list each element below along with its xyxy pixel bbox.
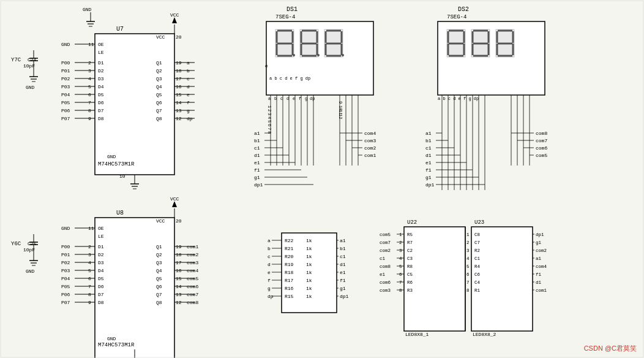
svg-text:c1: c1 <box>380 256 386 261</box>
svg-text:dp: dp <box>268 294 274 299</box>
svg-text:D4: D4 <box>98 84 104 90</box>
svg-point-203 <box>293 54 295 56</box>
svg-text:Q3: Q3 <box>156 76 162 82</box>
svg-text:d: d <box>286 96 289 101</box>
svg-text:LE: LE <box>98 50 104 55</box>
svg-text:20: 20 <box>176 34 182 40</box>
svg-text:R6: R6 <box>407 280 413 285</box>
svg-text:2: 2 <box>267 109 272 112</box>
svg-text:Q4: Q4 <box>156 268 162 273</box>
svg-text:com3: com3 <box>364 138 376 143</box>
svg-text:5: 5 <box>267 120 272 123</box>
svg-text:7: 7 <box>466 280 470 285</box>
svg-text:C5: C5 <box>407 272 413 277</box>
svg-text:d1: d1 <box>340 262 346 267</box>
svg-text:1: 1 <box>399 232 402 237</box>
svg-text:D7: D7 <box>98 292 104 297</box>
svg-text:M74HC573M1R: M74HC573M1R <box>98 342 135 348</box>
svg-text:b1: b1 <box>340 246 346 251</box>
svg-text:com4: com4 <box>364 131 376 136</box>
svg-text:D1: D1 <box>98 60 104 66</box>
svg-text:P03: P03 <box>61 84 70 90</box>
watermark: CSDN @C君莫笑 <box>584 344 637 353</box>
svg-text:Q2: Q2 <box>156 68 162 74</box>
svg-text:c1: c1 <box>254 145 260 151</box>
svg-text:c: c <box>268 254 271 259</box>
svg-text:D8: D8 <box>98 300 104 305</box>
svg-text:f1: f1 <box>340 278 346 283</box>
svg-text:Q6: Q6 <box>156 100 162 105</box>
svg-text:1k: 1k <box>306 270 312 275</box>
svg-text:e: e <box>293 96 295 101</box>
svg-text:GND: GND <box>83 7 92 12</box>
svg-text:f: f <box>268 278 271 283</box>
svg-text:R16: R16 <box>285 286 294 291</box>
svg-text:GND: GND <box>26 85 35 90</box>
svg-text:GND: GND <box>26 268 35 274</box>
svg-text:Q3: Q3 <box>156 260 162 265</box>
svg-text:R20: R20 <box>285 254 294 259</box>
svg-text:dp1: dp1 <box>340 294 349 299</box>
svg-text:VCC: VCC <box>170 12 179 18</box>
svg-text:D4: D4 <box>98 268 104 273</box>
svg-text:U22: U22 <box>407 219 417 226</box>
svg-text:a b c d e f g dp: a b c d e f g dp <box>269 76 310 81</box>
svg-text:b1: b1 <box>254 138 260 143</box>
svg-text:e: e <box>268 270 271 275</box>
svg-text:4: 4 <box>466 256 470 261</box>
svg-text:Y6C: Y6C <box>11 241 21 247</box>
svg-point-212 <box>317 54 320 56</box>
svg-text:2: 2 <box>399 240 402 245</box>
svg-text:1: 1 <box>466 232 470 237</box>
svg-text:com2: com2 <box>380 248 391 253</box>
svg-text:dp1: dp1 <box>536 232 544 237</box>
svg-text:5: 5 <box>399 264 402 269</box>
svg-text:R3: R3 <box>407 288 413 293</box>
svg-text:P07: P07 <box>61 300 70 305</box>
svg-text:8: 8 <box>267 131 272 134</box>
svg-text:c1: c1 <box>425 145 432 151</box>
svg-text:a1: a1 <box>340 238 346 243</box>
svg-text:com8: com8 <box>536 131 547 136</box>
svg-text:P01: P01 <box>61 252 70 257</box>
svg-text:D8: D8 <box>98 116 104 121</box>
svg-text:U7: U7 <box>116 26 124 32</box>
svg-text:e1: e1 <box>425 160 432 166</box>
svg-text:10pF: 10pF <box>23 247 35 253</box>
svg-text:b: b <box>268 246 271 251</box>
svg-text:10pF: 10pF <box>23 63 35 69</box>
svg-text:P06: P06 <box>61 108 70 113</box>
svg-text:com4: com4 <box>536 264 547 269</box>
svg-text:dp1: dp1 <box>254 182 263 188</box>
svg-text:f1: f1 <box>425 167 432 173</box>
svg-rect-381 <box>404 227 465 331</box>
svg-text:C1: C1 <box>474 256 481 261</box>
svg-text:9: 9 <box>338 101 343 104</box>
svg-text:P00: P00 <box>61 244 70 249</box>
svg-text:com7: com7 <box>380 240 391 245</box>
svg-text:1k: 1k <box>306 246 312 251</box>
svg-text:com6: com6 <box>536 145 547 151</box>
svg-text:e1: e1 <box>340 270 346 275</box>
svg-text:R7: R7 <box>407 240 413 245</box>
svg-text:1k: 1k <box>306 238 312 243</box>
svg-text:D1: D1 <box>98 244 104 249</box>
svg-text:a1: a1 <box>425 131 432 136</box>
svg-text:1k: 1k <box>306 294 312 299</box>
svg-text:GND: GND <box>61 42 70 47</box>
svg-text:P01: P01 <box>61 68 70 74</box>
svg-text:com5: com5 <box>536 153 547 158</box>
svg-text:b: b <box>274 96 277 101</box>
svg-text:com7: com7 <box>536 138 547 143</box>
svg-text:c1: c1 <box>340 254 346 259</box>
schematic-container: U7 OE LE 11 D1 D2 D3 D4 D5 D6 D7 D8 2 3 … <box>0 0 644 358</box>
svg-text:a1: a1 <box>536 256 542 261</box>
svg-text:D3: D3 <box>98 260 104 265</box>
svg-text:3: 3 <box>399 248 402 253</box>
svg-text:GND: GND <box>107 154 116 159</box>
svg-text:P06: P06 <box>61 292 70 297</box>
svg-text:DS2: DS2 <box>458 6 469 13</box>
svg-text:R2: R2 <box>474 248 480 253</box>
svg-text:P00: P00 <box>61 60 70 66</box>
svg-text:C2: C2 <box>407 248 413 253</box>
